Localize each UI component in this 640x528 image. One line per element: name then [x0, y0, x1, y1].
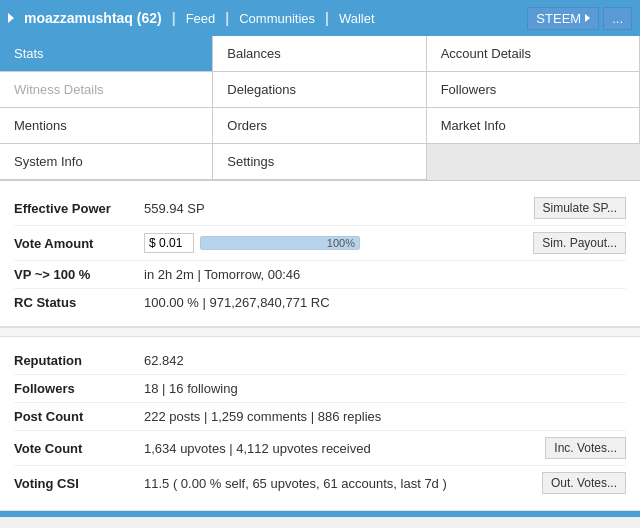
content-area: Effective Power 559.94 SP Simulate SP...… [0, 181, 640, 511]
effective-power-value: 559.94 SP [144, 201, 534, 216]
effective-power-label: Effective Power [14, 201, 144, 216]
out-votes-button[interactable]: Out. Votes... [542, 472, 626, 494]
top-bar: moazzamushtaq (62) | Feed | Communities … [0, 0, 640, 36]
section-separator [0, 327, 640, 337]
simulate-sp-action: Simulate SP... [534, 197, 626, 219]
simulate-sp-button[interactable]: Simulate SP... [534, 197, 626, 219]
steem-arrow-icon [585, 14, 590, 22]
nav-item-orders[interactable]: Orders [213, 108, 426, 144]
followers-label: Followers [14, 381, 144, 396]
sim-payout-button[interactable]: Sim. Payout... [533, 232, 626, 254]
top-bar-right: STEEM ... [527, 7, 632, 30]
divider-2: | [225, 10, 229, 26]
post-count-label: Post Count [14, 409, 144, 424]
stat-row-voting-csi: Voting CSI 11.5 ( 0.00 % self, 65 upvote… [14, 466, 626, 500]
vp-value: in 2h 2m | Tomorrow, 00:46 [144, 267, 626, 282]
wallet-link[interactable]: Wallet [339, 11, 375, 26]
inc-votes-action: Inc. Votes... [545, 437, 626, 459]
followers-value: 18 | 16 following [144, 381, 626, 396]
vote-slider[interactable]: 100% [200, 236, 360, 250]
stat-row-vote-amount: Vote Amount 100% Sim. Payout... [14, 226, 626, 261]
stat-row-vp: VP ~> 100 % in 2h 2m | Tomorrow, 00:46 [14, 261, 626, 289]
top-bar-left: moazzamushtaq (62) | Feed | Communities … [8, 10, 527, 26]
rc-status-label: RC Status [14, 295, 144, 310]
stat-row-effective-power: Effective Power 559.94 SP Simulate SP... [14, 191, 626, 226]
nav-grid: Stats Balances Account Details Witness D… [0, 36, 640, 181]
more-button[interactable]: ... [603, 7, 632, 30]
nav-item-system-info[interactable]: System Info [0, 144, 213, 180]
stat-row-rc-status: RC Status 100.00 % | 971,267,840,771 RC [14, 289, 626, 316]
nav-item-balances[interactable]: Balances [213, 36, 426, 72]
steem-label: STEEM [536, 11, 581, 26]
nav-item-settings[interactable]: Settings [213, 144, 426, 180]
nav-item-followers[interactable]: Followers [427, 72, 640, 108]
feed-link[interactable]: Feed [186, 11, 216, 26]
reputation-label: Reputation [14, 353, 144, 368]
voting-csi-label: Voting CSI [14, 476, 144, 491]
post-count-value: 222 posts | 1,259 comments | 886 replies [144, 409, 626, 424]
stat-row-vote-count: Vote Count 1,634 upvotes | 4,112 upvotes… [14, 431, 626, 466]
stats-section-1: Effective Power 559.94 SP Simulate SP...… [0, 181, 640, 327]
rc-status-value: 100.00 % | 971,267,840,771 RC [144, 295, 626, 310]
stat-row-reputation: Reputation 62.842 [14, 347, 626, 375]
inc-votes-button[interactable]: Inc. Votes... [545, 437, 626, 459]
vp-label: VP ~> 100 % [14, 267, 144, 282]
dropdown-triangle-icon[interactable] [8, 13, 14, 23]
voting-csi-value: 11.5 ( 0.00 % self, 65 upvotes, 61 accou… [144, 476, 542, 491]
nav-item-empty [427, 144, 640, 180]
sim-payout-action: Sim. Payout... [533, 232, 626, 254]
communities-link[interactable]: Communities [239, 11, 315, 26]
vote-amount-input[interactable] [144, 233, 194, 253]
out-votes-action: Out. Votes... [542, 472, 626, 494]
divider-3: | [325, 10, 329, 26]
nav-item-account-details[interactable]: Account Details [427, 36, 640, 72]
steem-dropdown-button[interactable]: STEEM [527, 7, 599, 30]
nav-item-witness-details: Witness Details [0, 72, 213, 108]
vote-amount-label: Vote Amount [14, 236, 144, 251]
vote-count-label: Vote Count [14, 441, 144, 456]
divider-1: | [172, 10, 176, 26]
stat-row-post-count: Post Count 222 posts | 1,259 comments | … [14, 403, 626, 431]
nav-item-stats[interactable]: Stats [0, 36, 213, 72]
nav-item-market-info[interactable]: Market Info [427, 108, 640, 144]
username-label: moazzamushtaq (62) [24, 10, 162, 26]
vote-amount-value: 100% [144, 233, 533, 253]
slider-pct-label: 100% [327, 237, 355, 249]
stats-section-2: Reputation 62.842 Followers 18 | 16 foll… [0, 337, 640, 511]
reputation-value: 62.842 [144, 353, 626, 368]
vote-count-value: 1,634 upvotes | 4,112 upvotes received [144, 441, 545, 456]
stat-row-followers: Followers 18 | 16 following [14, 375, 626, 403]
nav-item-delegations[interactable]: Delegations [213, 72, 426, 108]
nav-item-mentions[interactable]: Mentions [0, 108, 213, 144]
bottom-bar [0, 511, 640, 517]
